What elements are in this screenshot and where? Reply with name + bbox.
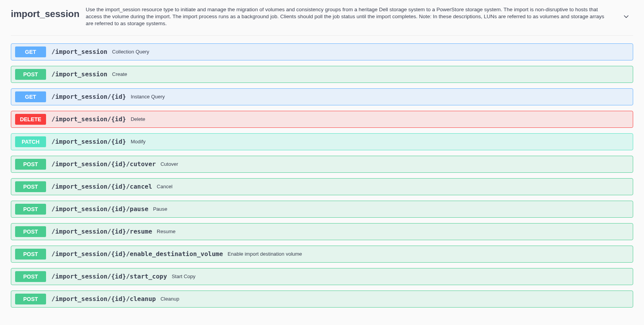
operation-row[interactable]: GET /import_session Collection Query bbox=[11, 43, 633, 60]
operation-summary: Create bbox=[112, 71, 127, 77]
operation-path: /import_session/{id}/cleanup bbox=[51, 295, 156, 303]
http-method-badge: POST bbox=[15, 226, 46, 237]
http-method-badge: POST bbox=[15, 181, 46, 192]
operation-path: /import_session/{id}/cutover bbox=[51, 160, 156, 168]
chevron-down-icon[interactable] bbox=[619, 10, 633, 24]
operation-path: /import_session/{id} bbox=[51, 93, 126, 100]
operation-summary: Resume bbox=[157, 229, 175, 234]
operation-row[interactable]: POST /import_session/{id}/pause Pause bbox=[11, 201, 633, 218]
http-method-badge: POST bbox=[15, 159, 46, 170]
operation-path: /import_session bbox=[51, 48, 108, 55]
operation-row[interactable]: POST /import_session/{id}/enable_destina… bbox=[11, 246, 633, 263]
http-method-badge: GET bbox=[15, 46, 46, 57]
operation-summary: Modify bbox=[131, 139, 146, 144]
operation-row[interactable]: DELETE /import_session/{id} Delete bbox=[11, 111, 633, 128]
operation-path: /import_session/{id}/cancel bbox=[51, 183, 152, 190]
operations-list: GET /import_session Collection Query POS… bbox=[11, 43, 633, 308]
operation-summary: Cleanup bbox=[161, 296, 179, 302]
http-method-badge: POST bbox=[15, 249, 46, 260]
operation-summary: Cancel bbox=[157, 184, 172, 189]
operation-summary: Cutover bbox=[161, 161, 178, 167]
http-method-badge: DELETE bbox=[15, 114, 46, 125]
operation-row[interactable]: POST /import_session/{id}/cancel Cancel bbox=[11, 178, 633, 195]
http-method-badge: POST bbox=[15, 294, 46, 304]
tag-name: import_session bbox=[11, 6, 79, 20]
operation-row[interactable]: POST /import_session/{id}/resume Resume bbox=[11, 223, 633, 240]
tag-header[interactable]: import_session Use the import_session re… bbox=[11, 0, 633, 36]
operation-path: /import_session bbox=[51, 71, 108, 78]
operation-summary: Collection Query bbox=[112, 49, 149, 55]
operation-path: /import_session/{id}/pause bbox=[51, 205, 148, 213]
http-method-badge: GET bbox=[15, 91, 46, 102]
tag-description: Use the import_session resource type to … bbox=[86, 6, 619, 28]
operation-path: /import_session/{id} bbox=[51, 138, 126, 145]
operation-row[interactable]: POST /import_session/{id}/start_copy Sta… bbox=[11, 268, 633, 285]
http-method-badge: POST bbox=[15, 69, 46, 80]
operation-row[interactable]: POST /import_session Create bbox=[11, 66, 633, 83]
operation-summary: Instance Query bbox=[131, 94, 165, 100]
operation-summary: Enable import destination volume bbox=[228, 251, 302, 257]
operation-path: /import_session/{id}/resume bbox=[51, 228, 152, 235]
operation-row[interactable]: POST /import_session/{id}/cutover Cutove… bbox=[11, 156, 633, 173]
operation-path: /import_session/{id}/start_copy bbox=[51, 273, 167, 280]
http-method-badge: POST bbox=[15, 271, 46, 282]
http-method-badge: POST bbox=[15, 204, 46, 215]
operation-row[interactable]: GET /import_session/{id} Instance Query bbox=[11, 88, 633, 105]
operation-row[interactable]: PATCH /import_session/{id} Modify bbox=[11, 133, 633, 150]
http-method-badge: PATCH bbox=[15, 136, 46, 147]
operation-path: /import_session/{id} bbox=[51, 115, 126, 123]
operation-row[interactable]: POST /import_session/{id}/cleanup Cleanu… bbox=[11, 291, 633, 308]
operation-summary: Delete bbox=[131, 116, 146, 122]
operation-path: /import_session/{id}/enable_destination_… bbox=[51, 250, 223, 258]
operation-summary: Pause bbox=[153, 206, 167, 212]
operation-summary: Start Copy bbox=[172, 273, 195, 279]
